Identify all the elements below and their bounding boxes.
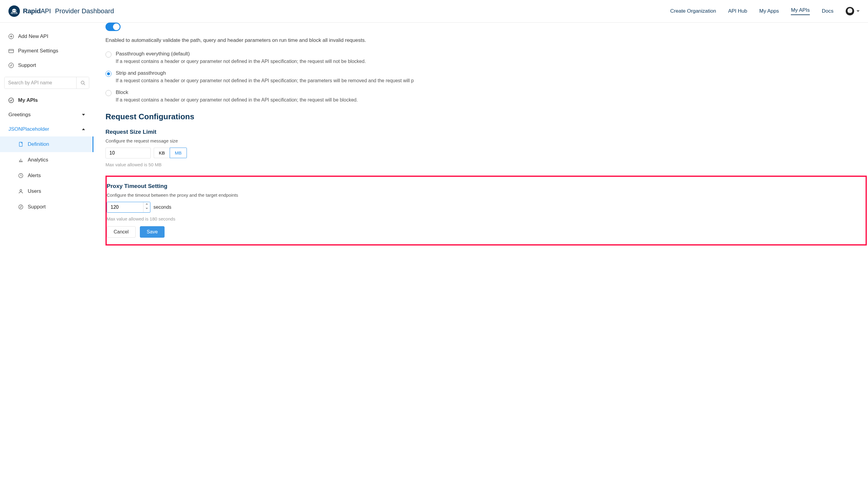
spinner-down-button[interactable]	[144, 206, 150, 211]
svg-point-0	[12, 9, 16, 12]
subnav-item-support[interactable]: Support	[0, 199, 93, 215]
user-menu[interactable]	[846, 7, 860, 15]
credit-card-icon	[8, 48, 14, 54]
bar-chart-icon	[18, 157, 23, 163]
spinner-up-button[interactable]	[144, 202, 150, 206]
subnav-label: Analytics	[28, 157, 48, 163]
size-limit-hint: Max value allowed is 50 MB	[106, 162, 868, 167]
logo[interactable]: RapidAPI	[8, 5, 51, 17]
svg-point-2	[15, 10, 16, 11]
size-unit-segment: KB MB	[154, 148, 187, 158]
number-spinner	[143, 202, 150, 212]
chevron-down-icon	[82, 114, 85, 116]
check-circle-icon	[8, 98, 14, 103]
nav-create-organization[interactable]: Create Organization	[670, 8, 716, 14]
cancel-button[interactable]: Cancel	[107, 226, 136, 238]
nav-my-apis[interactable]: My APIs	[791, 7, 810, 15]
radio-icon	[106, 90, 112, 96]
nav-api-hub[interactable]: API Hub	[728, 8, 747, 14]
api-tree-item-greetings[interactable]: Greetings	[0, 108, 93, 122]
desc-proxy-timeout: Configure the timeout between the proxy …	[107, 192, 866, 197]
subnav-label: Support	[28, 204, 46, 210]
radio-passthrough[interactable]: Passthrough everything (default) If a re…	[106, 51, 868, 65]
chevron-up-icon	[82, 128, 85, 130]
svg-point-5	[9, 63, 14, 68]
sidebar-item-label: Payment Settings	[18, 48, 58, 54]
sidebar-item-support[interactable]: Support	[0, 58, 93, 73]
subnav-item-alerts[interactable]: Alerts	[0, 168, 93, 184]
search-box	[4, 77, 89, 89]
chevron-down-icon	[146, 208, 148, 209]
subnav-label: Users	[28, 188, 41, 194]
plus-circle-icon	[8, 34, 14, 39]
size-limit-input[interactable]	[106, 148, 151, 158]
svg-rect-8	[19, 142, 22, 146]
radio-strip-passthrough[interactable]: Strip and passthrough If a request conta…	[106, 70, 868, 84]
chevron-down-icon	[856, 10, 860, 12]
subnav-item-analytics[interactable]: Analytics	[0, 152, 93, 168]
timeout-input[interactable]	[107, 202, 143, 212]
search-input[interactable]	[4, 77, 76, 89]
validation-mode-group: Passthrough everything (default) If a re…	[106, 51, 868, 103]
chevron-up-icon	[146, 203, 148, 205]
subnav-label: Definition	[28, 141, 49, 147]
svg-rect-4	[9, 50, 14, 53]
search-button[interactable]	[76, 77, 89, 89]
sidebar-item-add-new-api[interactable]: Add New API	[0, 29, 93, 44]
header: RapidAPI Provider Dashboard Create Organ…	[0, 0, 868, 23]
proxy-timeout-controls: seconds	[107, 202, 866, 213]
api-tree-label: Greetings	[8, 112, 31, 118]
sidebar-item-label: My APIs	[18, 97, 38, 103]
api-tree-item-jsonplaceholder[interactable]: JSONPlaceholder	[0, 122, 93, 136]
subnav-item-definition[interactable]: Definition	[0, 136, 93, 152]
save-button[interactable]: Save	[140, 226, 165, 238]
validation-toggle[interactable]	[106, 23, 121, 31]
radio-icon	[106, 71, 112, 77]
radio-icon	[106, 52, 112, 58]
svg-point-7	[9, 98, 14, 103]
timeout-unit-label: seconds	[153, 205, 171, 210]
main-content: Enabled to automatically validate the pa…	[93, 23, 868, 258]
search-icon	[80, 80, 85, 85]
unit-mb-button[interactable]: MB	[170, 148, 187, 158]
nav-my-apps[interactable]: My Apps	[759, 8, 779, 14]
sidebar-item-label: Support	[18, 62, 36, 69]
size-limit-controls: KB MB	[106, 148, 868, 158]
svg-point-10	[20, 189, 22, 191]
sidebar-item-label: Add New API	[18, 34, 48, 39]
timeout-input-wrap	[107, 202, 150, 213]
sidebar-item-payment-settings[interactable]: Payment Settings	[0, 44, 93, 58]
logo-icon	[8, 5, 20, 17]
avatar	[846, 7, 854, 15]
sidebar: Add New API Payment Settings Support My …	[0, 23, 93, 258]
radio-description: If a request contains a header or query …	[116, 58, 366, 65]
timeout-hint: Max value allowed is 180 seconds	[107, 216, 866, 222]
subtitle-size-limit: Request Size Limit	[106, 129, 868, 135]
sidebar-item-my-apis[interactable]: My APIs	[0, 93, 93, 108]
radio-label: Strip and passthrough	[116, 70, 414, 76]
user-icon	[18, 189, 23, 194]
proxy-timeout-section: Proxy Timeout Setting Configure the time…	[106, 176, 867, 246]
api-subnav: Definition Analytics Alerts Users	[0, 136, 93, 215]
file-icon	[18, 141, 23, 147]
radio-block[interactable]: Block If a request contains a header or …	[106, 90, 868, 103]
radio-label: Passthrough everything (default)	[116, 51, 366, 57]
section-title-request-config: Request Configurations	[106, 112, 868, 121]
header-nav: Create Organization API Hub My Apps My A…	[670, 7, 860, 15]
radio-label: Block	[116, 90, 358, 95]
brand-name: RapidAPI	[23, 7, 51, 15]
unit-kb-button[interactable]: KB	[154, 148, 170, 158]
compass-icon	[18, 204, 23, 210]
subnav-item-users[interactable]: Users	[0, 184, 93, 199]
radio-description: If a request contains a header or query …	[116, 77, 414, 84]
nav-docs[interactable]: Docs	[822, 8, 834, 14]
compass-icon	[8, 63, 14, 68]
svg-point-11	[19, 205, 23, 209]
validation-description: Enabled to automatically validate the pa…	[106, 36, 868, 44]
subnav-label: Alerts	[28, 173, 41, 178]
button-row: Cancel Save	[107, 226, 866, 238]
page-title: Provider Dashboard	[55, 7, 114, 15]
svg-point-6	[81, 81, 84, 84]
radio-description: If a request contains a header or query …	[116, 97, 358, 103]
subtitle-proxy-timeout: Proxy Timeout Setting	[107, 183, 866, 189]
